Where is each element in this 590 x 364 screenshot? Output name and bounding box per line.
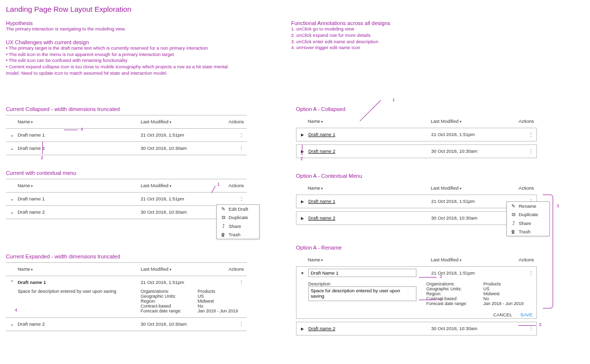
sort-caret-icon[interactable]: ▾	[170, 120, 172, 124]
more-vert-icon[interactable]: ⋮	[239, 196, 244, 201]
expand-triangle-icon[interactable]: ▶	[301, 199, 304, 204]
expand-triangle-icon[interactable]: ▶	[301, 133, 304, 137]
table-row: ⌄ Draft name 2 30 Oct 2018, 10:30am ⋮	[6, 206, 247, 219]
col-name[interactable]: Name	[308, 185, 320, 191]
table-row: ▶ Draft name 2 30 Oct 2018, 10:30am ⋮	[296, 144, 537, 158]
table-row: ▶ Draft name 1 21 Oct 2018, 1:51pm ⋮	[296, 128, 537, 141]
sort-caret-icon[interactable]: ▾	[460, 258, 462, 262]
col-modified[interactable]: Last Modified	[431, 185, 459, 191]
expand-chevron-icon[interactable]: ⌄	[10, 132, 14, 138]
hypothesis-text: The primary interaction is navigating to…	[6, 26, 232, 32]
menu-trash[interactable]: 🗑Trash	[217, 230, 259, 239]
draft-name-link[interactable]: Draft name 1	[308, 132, 335, 137]
annotation-number: 2	[41, 155, 43, 160]
metadata: Organizations:Products Geographic Units:…	[141, 289, 238, 313]
sort-caret-icon[interactable]: ▾	[170, 184, 172, 188]
col-name[interactable]: Name	[18, 266, 30, 272]
annotation-item: 2. onClick expand row for more details	[291, 32, 488, 39]
table-header: Name▾ Last Modified▾ Actions	[6, 263, 247, 276]
cancel-button[interactable]: CANCEL	[493, 312, 512, 317]
draft-modified: 21 Oct 2018, 1:51pm	[431, 270, 515, 276]
draft-name-link[interactable]: Draft name 2	[308, 215, 335, 221]
sort-caret-icon[interactable]: ▾	[170, 268, 172, 271]
draft-modified: 21 Oct 2018, 1:51pm	[141, 196, 224, 201]
annotation-line	[419, 300, 437, 300]
table: Name▾ Last Modified▾ Actions ▼ 21 Oct 20…	[296, 253, 537, 336]
pencil-icon: ✎	[221, 206, 226, 212]
expand-triangle-icon[interactable]: ▶	[301, 327, 304, 331]
sort-caret-icon[interactable]: ▾	[321, 120, 323, 123]
draft-modified: 30 Oct 2018, 10:30am	[431, 215, 515, 221]
expand-chevron-icon[interactable]: ⌄	[10, 209, 14, 215]
table-row-edit: ▼ 21 Oct 2018, 1:51pm ⋮ Description Spac…	[296, 266, 537, 319]
menu-share[interactable]: ⤴Share	[217, 222, 259, 230]
expand-triangle-icon[interactable]: ▶	[301, 149, 304, 154]
more-vert-icon[interactable]: ⋮	[239, 132, 244, 138]
more-vert-icon[interactable]: ⋮	[529, 270, 533, 276]
col-modified[interactable]: Last Modified	[141, 266, 169, 272]
col-name[interactable]: Name	[18, 119, 30, 124]
draft-name-link[interactable]: Draft name 1	[308, 198, 335, 204]
table-header: Name▾ Last Modified▾ Actions	[296, 115, 537, 128]
draft-name-link[interactable]: Draft name 2	[308, 148, 335, 154]
col-modified[interactable]: Last Modified	[431, 118, 459, 124]
collapse-triangle-icon[interactable]: ▼	[300, 271, 304, 276]
col-actions: Actions	[514, 118, 537, 124]
collapse-chevron-icon[interactable]: ⌃	[10, 280, 14, 285]
col-modified[interactable]: Last Modified	[141, 119, 169, 124]
col-name[interactable]: Name	[308, 257, 320, 262]
draft-name[interactable]: Draft name 1	[18, 132, 141, 138]
sort-caret-icon[interactable]: ▾	[460, 187, 462, 190]
col-name[interactable]: Name	[18, 183, 30, 188]
more-vert-icon[interactable]: ⋮	[239, 145, 244, 151]
menu-edit[interactable]: ✎Edit Draft	[217, 205, 259, 213]
expand-triangle-icon[interactable]: ▶	[301, 216, 304, 221]
expand-chevron-icon[interactable]: ⌄	[10, 145, 14, 151]
draft-modified: 21 Oct 2018, 1:51pm	[431, 198, 515, 204]
more-vert-icon[interactable]: ⋮	[529, 132, 533, 137]
challenge-bullet: • The edit icon in the menu is not appar…	[6, 52, 232, 58]
share-icon: ⤴	[221, 224, 226, 229]
share-icon: ⤴	[511, 221, 516, 226]
col-modified[interactable]: Last Modified	[431, 257, 459, 262]
table-row: ▶ Draft name 2 30 Oct 2018, 10:30am ⋮	[296, 211, 537, 225]
more-vert-icon[interactable]: ⋮	[529, 326, 533, 331]
draft-name[interactable]: Draft name 2	[18, 321, 141, 327]
draft-name[interactable]: Draft name 2	[18, 209, 141, 215]
sort-caret-icon[interactable]: ▾	[31, 184, 33, 188]
challenge-bullet: • Current expand collapse icon is too cl…	[6, 64, 232, 77]
copy-icon: ⧉	[221, 215, 226, 221]
save-button[interactable]: SAVE	[520, 312, 532, 317]
sort-caret-icon[interactable]: ▾	[31, 120, 33, 124]
draft-name-link[interactable]: Draft name 2	[308, 326, 335, 331]
draft-modified: 30 Oct 2018, 10:30am	[431, 326, 515, 331]
sort-caret-icon[interactable]: ▾	[321, 187, 323, 190]
expand-chevron-icon[interactable]: ⌄	[10, 321, 14, 327]
draft-modified: 30 Oct 2018, 10:30am	[141, 145, 224, 151]
trash-icon: 🗑	[221, 232, 226, 237]
annotation-item: 3. onClick enter edit name and descripti…	[291, 39, 488, 45]
description-input[interactable]: Space for description entered by user up…	[308, 286, 416, 301]
more-vert-icon[interactable]: ⋮	[239, 280, 244, 285]
more-vert-icon[interactable]: ⋮	[529, 148, 533, 154]
annotation-line	[419, 277, 437, 278]
sort-caret-icon[interactable]: ▾	[31, 268, 33, 271]
description-label: Description	[308, 281, 421, 286]
sort-caret-icon[interactable]: ▾	[321, 258, 323, 262]
trash-icon: 🗑	[511, 229, 516, 234]
sort-caret-icon[interactable]: ▾	[460, 120, 462, 123]
table-header: Name▾ Last Modified▾ Actions	[6, 115, 247, 129]
more-vert-icon[interactable]: ⋮	[239, 321, 244, 327]
col-name[interactable]: Name	[308, 118, 320, 124]
annotation-number: 3	[539, 322, 541, 327]
annotation-number: 3	[440, 297, 442, 302]
draft-name[interactable]: Draft name 1	[18, 196, 141, 201]
table-row: ▶ Draft name 2 30 Oct 2018, 10:30am ⋮	[296, 322, 537, 336]
draft-name[interactable]: Draft name 2	[18, 145, 141, 151]
draft-name[interactable]: Draft name 1	[18, 280, 141, 285]
expand-chevron-icon[interactable]: ⌄	[10, 196, 14, 201]
challenges-heading: UX Challenges with current design	[6, 39, 242, 45]
col-modified[interactable]: Last Modified	[141, 183, 169, 188]
name-input[interactable]	[308, 269, 416, 277]
menu-duplicate[interactable]: ⧉Duplicate	[217, 213, 259, 222]
